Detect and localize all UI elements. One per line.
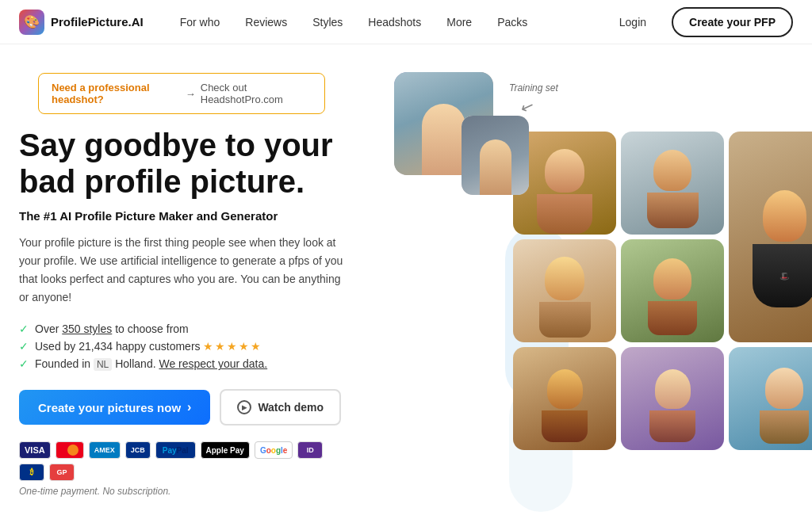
banner-rest: Check out HeadshotPro.com [201,82,312,105]
feature-item-styles: ✓ Over 350 styles to choose from [19,322,344,335]
nav-link-reviews[interactable]: Reviews [234,10,298,35]
play-icon: ▶ [237,400,251,414]
nav-link-forwho[interactable]: For who [169,10,232,35]
check-icon-1: ✓ [19,322,29,335]
mastercard-badge [56,441,84,459]
check-icon-2: ✓ [19,340,29,353]
logo-link[interactable]: 🎨 ProfilePicture.AI [19,10,144,35]
amex-badge: AMEX [89,441,121,459]
left-column: Need a professional headshot? → Check ou… [19,60,360,519]
image-collage: Training set ↙ [386,68,767,519]
portrait-7 [621,347,724,450]
svg-point-1 [67,445,79,456]
create-pfp-button[interactable]: Create your PFP [672,7,793,37]
login-button[interactable]: Login [603,10,662,35]
feature-list: ✓ Over 350 styles to choose from ✓ Used … [19,322,344,370]
hero-subtitle: The #1 AI Profile Picture Maker and Gene… [19,209,344,223]
training-set-label: Training set [509,82,558,93]
arrow-down-icon: ↙ [518,95,537,117]
logo-text: ProfilePicture.AI [51,15,144,29]
navbar: 🎨 ProfilePicture.AI For who Reviews Styl… [0,0,812,44]
banner-highlight: Need a professional headshot? [52,82,181,105]
nav-actions: Login Create your PFP [603,7,793,37]
paypal-badge: PayPal [155,441,196,459]
logo-icon: 🎨 [19,10,44,35]
jcb-badge: JCB [125,441,151,459]
other-pay-badge3: GP [49,464,75,481]
portrait-2 [621,132,724,235]
watch-demo-label: Watch demo [258,401,324,414]
hero-title: Say goodbye to your bad profile picture. [19,127,344,200]
visa-badge: VISA [19,441,51,459]
hero-title-line1: Say goodbye to your [19,128,333,162]
portrait-5 [621,239,724,342]
headshot-banner[interactable]: Need a professional headshot? → Check ou… [38,73,325,114]
portrait-3: 🎩 [729,132,812,342]
training-photo-2 [462,116,529,195]
nl-flag: NL [94,358,112,371]
create-pictures-button[interactable]: Create your pictures now › [19,390,210,425]
other-pay-badge1: ID [297,441,323,459]
nav-link-headshots[interactable]: Headshots [357,10,432,35]
arrow-icon: › [187,400,191,414]
star-rating: ★★★★★ [203,340,262,353]
portrait-grid: 🎩 [513,132,812,450]
portrait-6 [513,347,616,450]
check-icon-3: ✓ [19,357,29,370]
banner-separator: → [186,88,196,100]
privacy-link[interactable]: We respect your data. [159,357,267,370]
nav-link-more[interactable]: More [435,10,483,35]
payment-icons-row: VISA AMEX JCB PayPal Apple Pay Google ID… [19,441,344,481]
feature-item-customers: ✓ Used by 21,434 happy customers ★★★★★ [19,340,344,353]
applepay-badge: Apple Pay [201,441,250,459]
other-pay-badge2: ₿ [19,464,44,481]
feature-item-founded: ✓ Founded in NL Holland. We respect your… [19,357,344,370]
hero-title-line2: bad profile picture. [19,164,304,199]
one-time-payment-note: One-time payment. No subscription. [19,486,344,497]
nav-link-packs[interactable]: Packs [486,10,538,35]
portrait-4 [513,239,616,342]
gpay-badge: Google [255,441,293,459]
cta-row: Create your pictures now › ▶ Watch demo [19,389,344,426]
portrait-8 [729,347,812,450]
styles-link[interactable]: 350 styles [62,322,112,335]
hero-body: Your profile picture is the first thing … [19,234,344,307]
nav-link-styles[interactable]: Styles [301,10,354,35]
watch-demo-button[interactable]: ▶ Watch demo [220,389,341,426]
nav-links: For who Reviews Styles Headshots More Pa… [169,10,603,35]
right-column: Training set ↙ [360,60,793,519]
main-content: Need a professional headshot? → Check ou… [0,44,812,519]
create-pictures-label: Create your pictures now [38,401,181,414]
